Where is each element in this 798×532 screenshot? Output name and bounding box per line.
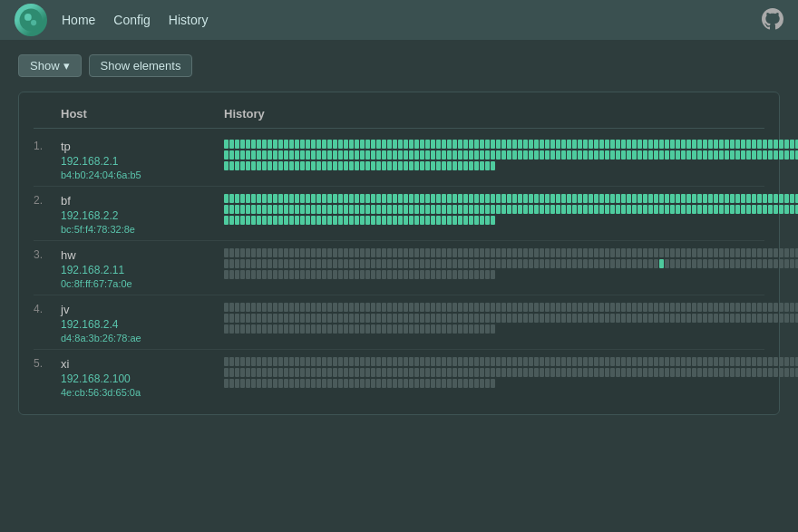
bar-cell xyxy=(306,259,310,268)
bar-cell xyxy=(284,205,288,214)
host-mac[interactable]: 4e:cb:56:3d:65:0a xyxy=(61,387,224,398)
bar-cell xyxy=(278,150,283,160)
bar-cell xyxy=(697,314,702,323)
bar-cell xyxy=(632,194,637,203)
nav-history[interactable]: History xyxy=(169,13,209,27)
bar-cell xyxy=(561,194,566,203)
bar-cell xyxy=(235,140,239,149)
bar-cell xyxy=(349,259,354,268)
bar-cell xyxy=(469,161,473,170)
nav-home[interactable]: Home xyxy=(62,13,95,27)
bar-cell xyxy=(670,205,675,214)
bar-cell xyxy=(556,314,560,323)
host-ip[interactable]: 192.168.2.1 xyxy=(61,155,224,168)
bar-cell xyxy=(757,368,762,377)
bar-cell xyxy=(621,357,626,366)
bar-cell xyxy=(257,379,261,388)
bar-cell xyxy=(774,248,778,257)
host-mac[interactable]: d4:8a:3b:26:78:ae xyxy=(61,333,224,343)
bar-cell xyxy=(360,357,365,366)
bar-cell xyxy=(491,270,495,279)
host-mac[interactable]: b4:b0:24:04:6a:b5 xyxy=(61,169,224,180)
bar-cell xyxy=(262,259,267,268)
bar-cell xyxy=(757,205,762,214)
host-ip[interactable]: 192.168.2.11 xyxy=(61,264,224,276)
bar-cell xyxy=(393,314,397,323)
bar-cell xyxy=(659,368,664,377)
bar-cell xyxy=(730,314,735,323)
bar-cell xyxy=(474,194,479,203)
bar-cell xyxy=(458,150,462,160)
bar-cell xyxy=(387,216,392,225)
bar-cell xyxy=(404,216,408,225)
bar-cell xyxy=(240,357,245,366)
bar-cell xyxy=(735,194,740,203)
bar-cell xyxy=(371,324,375,334)
host-mac[interactable]: bc:5f:f4:78:32:8e xyxy=(61,224,224,235)
host-mac[interactable]: 0c:8f:ff:67:7a:0e xyxy=(61,278,224,289)
show-button[interactable]: Show ▾ xyxy=(18,54,82,77)
bar-cell xyxy=(686,140,691,149)
bar-cell xyxy=(686,248,691,257)
bar-cell xyxy=(431,357,435,366)
bar-cell xyxy=(224,216,229,225)
bar-cell xyxy=(643,368,647,377)
bar-cell xyxy=(365,259,370,268)
show-elements-button[interactable]: Show elements xyxy=(89,54,193,77)
bar-cell xyxy=(458,270,462,279)
bar-cell xyxy=(518,259,522,268)
bar-cell xyxy=(371,194,375,203)
host-ip[interactable]: 192.168.2.2 xyxy=(61,209,224,222)
bar-cell xyxy=(425,379,430,388)
bar-cell xyxy=(300,324,305,334)
bar-cell xyxy=(501,248,506,257)
bar-cell xyxy=(327,140,332,149)
bar-cell xyxy=(458,205,462,214)
row-number: 3. xyxy=(34,247,61,261)
bar-cell xyxy=(453,194,457,203)
bar-cell xyxy=(616,259,620,268)
bar-cell xyxy=(741,368,745,377)
col-host-header: Host xyxy=(61,107,224,121)
history-bars xyxy=(224,301,798,334)
bar-cell xyxy=(501,205,506,214)
bar-cell xyxy=(229,150,234,160)
bar-cell xyxy=(333,216,337,225)
bar-cell xyxy=(518,205,522,214)
bar-cell xyxy=(507,150,511,160)
bar-cell xyxy=(284,194,288,203)
bar-cell xyxy=(757,150,762,160)
bar-cell xyxy=(306,270,310,279)
host-ip[interactable]: 192.168.2.4 xyxy=(61,318,224,331)
bar-cell xyxy=(512,205,517,214)
bar-cell xyxy=(246,205,250,214)
bar-cell xyxy=(768,140,773,149)
bar-cell xyxy=(393,194,397,203)
nav-config[interactable]: Config xyxy=(113,13,150,27)
bar-cell xyxy=(414,205,419,214)
github-icon[interactable] xyxy=(762,8,783,33)
bar-cell xyxy=(659,303,664,312)
bar-cell xyxy=(463,357,468,366)
bar-cell xyxy=(784,194,789,203)
bar-cell xyxy=(246,161,250,170)
bar-cell xyxy=(594,357,598,366)
bar-cell xyxy=(540,194,544,203)
bar-cell xyxy=(703,368,707,377)
bar-cell xyxy=(790,259,794,268)
bar-cell xyxy=(349,150,354,160)
bar-cell xyxy=(719,314,724,323)
row-number: 2. xyxy=(34,192,61,207)
bar-cell xyxy=(697,357,702,366)
bar-cell xyxy=(458,379,462,388)
bar-cell xyxy=(790,314,794,323)
bar-cell xyxy=(295,150,299,160)
host-ip[interactable]: 192.168.2.100 xyxy=(61,372,224,385)
bar-cell xyxy=(333,248,337,257)
bar-cell xyxy=(387,150,392,160)
bar-cell xyxy=(453,379,457,388)
bar-cell xyxy=(257,259,261,268)
row-number: 1. xyxy=(34,138,61,152)
bar-cell xyxy=(376,205,381,214)
bar-cell xyxy=(774,259,778,268)
